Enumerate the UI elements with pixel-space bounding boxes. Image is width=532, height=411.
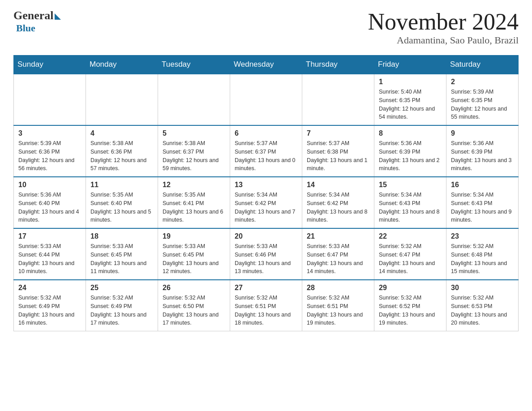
day-number: 9 bbox=[451, 129, 514, 137]
day-sun-info: Sunrise: 5:35 AM Sunset: 6:40 PM Dayligh… bbox=[90, 192, 151, 223]
day-number: 11 bbox=[90, 181, 153, 189]
calendar-day-cell: 2Sunrise: 5:39 AM Sunset: 6:35 PM Daylig… bbox=[446, 74, 519, 125]
day-number: 22 bbox=[379, 232, 442, 240]
location-subtitle: Adamantina, Sao Paulo, Brazil bbox=[368, 34, 519, 46]
calendar-day-cell: 9Sunrise: 5:36 AM Sunset: 6:39 PM Daylig… bbox=[446, 125, 519, 177]
day-sun-info: Sunrise: 5:40 AM Sunset: 6:35 PM Dayligh… bbox=[379, 89, 435, 120]
calendar-day-cell: 3Sunrise: 5:39 AM Sunset: 6:36 PM Daylig… bbox=[14, 125, 86, 177]
logo-arrow-icon bbox=[55, 13, 61, 20]
calendar-day-cell bbox=[14, 74, 86, 125]
day-number: 21 bbox=[307, 232, 369, 240]
day-sun-info: Sunrise: 5:33 AM Sunset: 6:47 PM Dayligh… bbox=[307, 243, 363, 274]
day-sun-info: Sunrise: 5:32 AM Sunset: 6:52 PM Dayligh… bbox=[379, 295, 435, 326]
calendar-week-row: 3Sunrise: 5:39 AM Sunset: 6:36 PM Daylig… bbox=[14, 125, 519, 177]
day-number: 20 bbox=[235, 232, 297, 240]
day-number: 14 bbox=[307, 181, 369, 189]
day-number: 6 bbox=[235, 129, 297, 137]
day-number: 8 bbox=[379, 129, 442, 137]
day-of-week-header: Wednesday bbox=[230, 56, 302, 74]
calendar-day-cell: 13Sunrise: 5:34 AM Sunset: 6:42 PM Dayli… bbox=[230, 177, 302, 228]
day-sun-info: Sunrise: 5:33 AM Sunset: 6:44 PM Dayligh… bbox=[18, 243, 74, 274]
day-sun-info: Sunrise: 5:39 AM Sunset: 6:36 PM Dayligh… bbox=[18, 140, 74, 171]
logo: General Blue bbox=[13, 9, 61, 34]
day-number: 16 bbox=[451, 181, 514, 189]
calendar-day-cell: 16Sunrise: 5:34 AM Sunset: 6:43 PM Dayli… bbox=[446, 177, 519, 228]
calendar-week-row: 24Sunrise: 5:32 AM Sunset: 6:49 PM Dayli… bbox=[14, 280, 519, 331]
calendar-day-cell: 28Sunrise: 5:32 AM Sunset: 6:51 PM Dayli… bbox=[302, 280, 374, 331]
day-sun-info: Sunrise: 5:36 AM Sunset: 6:39 PM Dayligh… bbox=[451, 140, 512, 171]
page-header: General Blue November 2024 Adamantina, S… bbox=[13, 9, 519, 46]
day-sun-info: Sunrise: 5:35 AM Sunset: 6:41 PM Dayligh… bbox=[163, 192, 223, 223]
day-sun-info: Sunrise: 5:33 AM Sunset: 6:46 PM Dayligh… bbox=[235, 243, 291, 274]
day-number: 15 bbox=[379, 181, 442, 189]
day-number: 29 bbox=[379, 284, 442, 292]
day-of-week-header: Thursday bbox=[302, 56, 374, 74]
calendar-day-cell bbox=[302, 74, 374, 125]
calendar-day-cell: 4Sunrise: 5:38 AM Sunset: 6:36 PM Daylig… bbox=[86, 125, 158, 177]
day-number: 27 bbox=[235, 284, 297, 292]
day-sun-info: Sunrise: 5:37 AM Sunset: 6:38 PM Dayligh… bbox=[307, 140, 368, 171]
day-sun-info: Sunrise: 5:32 AM Sunset: 6:49 PM Dayligh… bbox=[90, 295, 146, 326]
day-sun-info: Sunrise: 5:34 AM Sunset: 6:42 PM Dayligh… bbox=[307, 192, 368, 223]
calendar-day-cell: 30Sunrise: 5:32 AM Sunset: 6:53 PM Dayli… bbox=[446, 280, 519, 331]
day-number: 2 bbox=[451, 78, 514, 86]
day-sun-info: Sunrise: 5:34 AM Sunset: 6:42 PM Dayligh… bbox=[235, 192, 296, 223]
day-sun-info: Sunrise: 5:32 AM Sunset: 6:53 PM Dayligh… bbox=[451, 295, 507, 326]
day-sun-info: Sunrise: 5:38 AM Sunset: 6:37 PM Dayligh… bbox=[163, 140, 219, 171]
day-number: 17 bbox=[18, 232, 81, 240]
day-sun-info: Sunrise: 5:39 AM Sunset: 6:35 PM Dayligh… bbox=[451, 89, 507, 120]
calendar-day-cell: 7Sunrise: 5:37 AM Sunset: 6:38 PM Daylig… bbox=[302, 125, 374, 177]
calendar-day-cell bbox=[158, 74, 230, 125]
calendar-week-row: 1Sunrise: 5:40 AM Sunset: 6:35 PM Daylig… bbox=[14, 74, 519, 125]
day-number: 10 bbox=[18, 181, 81, 189]
calendar-day-cell: 24Sunrise: 5:32 AM Sunset: 6:49 PM Dayli… bbox=[14, 280, 86, 331]
calendar-day-cell: 19Sunrise: 5:33 AM Sunset: 6:45 PM Dayli… bbox=[158, 228, 230, 280]
calendar-day-cell: 6Sunrise: 5:37 AM Sunset: 6:37 PM Daylig… bbox=[230, 125, 302, 177]
calendar-week-row: 17Sunrise: 5:33 AM Sunset: 6:44 PM Dayli… bbox=[14, 228, 519, 280]
day-sun-info: Sunrise: 5:36 AM Sunset: 6:40 PM Dayligh… bbox=[18, 192, 79, 223]
day-number: 23 bbox=[451, 232, 514, 240]
calendar-day-cell: 1Sunrise: 5:40 AM Sunset: 6:35 PM Daylig… bbox=[374, 74, 446, 125]
calendar-day-cell: 27Sunrise: 5:32 AM Sunset: 6:51 PM Dayli… bbox=[230, 280, 302, 331]
calendar-day-cell: 8Sunrise: 5:36 AM Sunset: 6:39 PM Daylig… bbox=[374, 125, 446, 177]
day-sun-info: Sunrise: 5:36 AM Sunset: 6:39 PM Dayligh… bbox=[379, 140, 440, 171]
logo-blue-text: Blue bbox=[16, 22, 35, 34]
calendar-day-cell bbox=[230, 74, 302, 125]
calendar-day-cell: 15Sunrise: 5:34 AM Sunset: 6:43 PM Dayli… bbox=[374, 177, 446, 228]
day-of-week-header: Tuesday bbox=[158, 56, 230, 74]
day-number: 28 bbox=[307, 284, 369, 292]
day-number: 3 bbox=[18, 129, 81, 137]
day-number: 24 bbox=[18, 284, 81, 292]
day-sun-info: Sunrise: 5:34 AM Sunset: 6:43 PM Dayligh… bbox=[451, 192, 512, 223]
day-of-week-header: Friday bbox=[374, 56, 446, 74]
calendar-day-cell: 5Sunrise: 5:38 AM Sunset: 6:37 PM Daylig… bbox=[158, 125, 230, 177]
day-sun-info: Sunrise: 5:34 AM Sunset: 6:43 PM Dayligh… bbox=[379, 192, 440, 223]
day-number: 4 bbox=[90, 129, 153, 137]
day-number: 18 bbox=[90, 232, 153, 240]
day-number: 26 bbox=[163, 284, 225, 292]
calendar-table: SundayMondayTuesdayWednesdayThursdayFrid… bbox=[13, 55, 519, 331]
calendar-day-cell: 10Sunrise: 5:36 AM Sunset: 6:40 PM Dayli… bbox=[14, 177, 86, 228]
day-of-week-header: Monday bbox=[86, 56, 158, 74]
calendar-day-cell: 20Sunrise: 5:33 AM Sunset: 6:46 PM Dayli… bbox=[230, 228, 302, 280]
calendar-day-cell: 29Sunrise: 5:32 AM Sunset: 6:52 PM Dayli… bbox=[374, 280, 446, 331]
day-number: 5 bbox=[163, 129, 225, 137]
day-sun-info: Sunrise: 5:32 AM Sunset: 6:51 PM Dayligh… bbox=[307, 295, 363, 326]
calendar-day-cell: 18Sunrise: 5:33 AM Sunset: 6:45 PM Dayli… bbox=[86, 228, 158, 280]
day-sun-info: Sunrise: 5:38 AM Sunset: 6:36 PM Dayligh… bbox=[90, 140, 146, 171]
day-sun-info: Sunrise: 5:37 AM Sunset: 6:37 PM Dayligh… bbox=[235, 140, 296, 171]
calendar-day-cell: 22Sunrise: 5:32 AM Sunset: 6:47 PM Dayli… bbox=[374, 228, 446, 280]
day-sun-info: Sunrise: 5:33 AM Sunset: 6:45 PM Dayligh… bbox=[90, 243, 146, 274]
day-of-week-header: Sunday bbox=[14, 56, 86, 74]
calendar-day-cell: 17Sunrise: 5:33 AM Sunset: 6:44 PM Dayli… bbox=[14, 228, 86, 280]
day-number: 1 bbox=[379, 78, 442, 86]
day-number: 7 bbox=[307, 129, 369, 137]
day-of-week-header: Saturday bbox=[446, 56, 519, 74]
calendar-day-cell: 25Sunrise: 5:32 AM Sunset: 6:49 PM Dayli… bbox=[86, 280, 158, 331]
calendar-day-cell: 21Sunrise: 5:33 AM Sunset: 6:47 PM Dayli… bbox=[302, 228, 374, 280]
calendar-day-cell: 26Sunrise: 5:32 AM Sunset: 6:50 PM Dayli… bbox=[158, 280, 230, 331]
calendar-day-cell: 11Sunrise: 5:35 AM Sunset: 6:40 PM Dayli… bbox=[86, 177, 158, 228]
day-sun-info: Sunrise: 5:32 AM Sunset: 6:50 PM Dayligh… bbox=[163, 295, 219, 326]
logo-general-text: General bbox=[13, 9, 54, 22]
month-title: November 2024 bbox=[368, 9, 519, 34]
